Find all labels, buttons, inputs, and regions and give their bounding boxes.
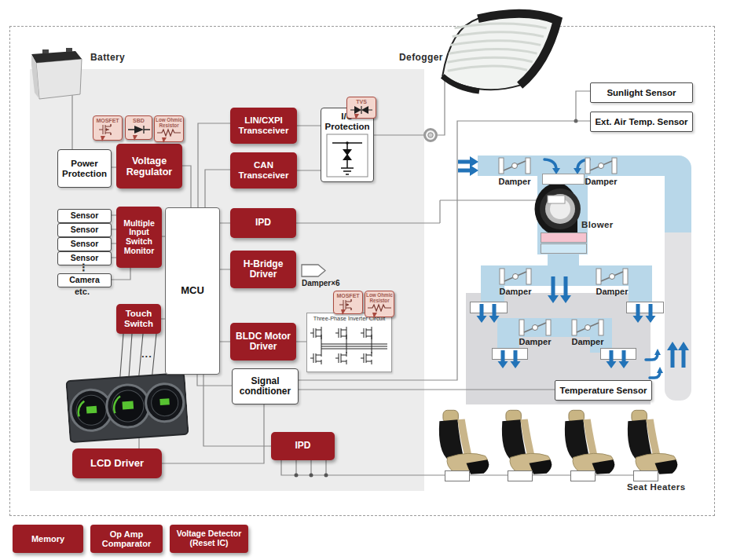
damper-icon [570,319,605,336]
power-protection-block: Power Protection [57,149,112,188]
etc-label: etc. [75,287,90,296]
lcd-driver-label: LCD Driver [90,458,144,470]
seat-heater-element [633,470,658,481]
mcu-block: MCU [165,207,220,375]
blower-intake-box [542,174,585,185]
temperature-sensor-label: Temperature Sensor [560,386,647,396]
sensor-label: Sensor [71,211,99,221]
damper-label: Damper [566,337,610,346]
sensor-ellipsis: ⋮ [79,262,89,273]
heater-core-bar [541,232,587,243]
sbd-tag: SBD [125,115,152,140]
lin-cxpi-transceiver-label: LIN/CXPI Transceiver [230,115,297,136]
can-transceiver-block: CAN Transceiver [230,152,297,188]
seat-image [559,409,617,475]
damper-x6-label: Damper×6 [302,279,340,287]
sensor-label: Sensor [71,225,99,235]
power-protection-label: Power Protection [58,159,111,178]
low-ohmic-resistor-tag: Low Ohmic Resistor [365,291,394,317]
damper-label: Damper [493,287,537,296]
evaporator-bar [541,243,587,254]
mosfet-tag-label: MOSFET [96,118,119,123]
bldc-motor-driver-label: BLDC Motor Driver [230,331,296,353]
ext-air-temp-sensor-block: Ext. Air Temp. Sensor [590,112,693,132]
low-ohmic-resistor-label: Low Ohmic Resistor [156,117,182,128]
damper-label: Damper [590,287,634,296]
mosfet-tag: MOSFET [93,115,123,141]
seat-heater-element [445,470,470,481]
lin-cxpi-transceiver-block: LIN/CXPI Transceiver [230,108,297,144]
instrument-cluster-image [65,368,189,447]
sensor-label: Sensor [71,240,99,249]
damper-x6-arrow-icon [301,264,326,277]
sensor-block-3: Sensor [57,237,112,251]
damper-label: Damper [493,177,537,186]
damper-icon [518,319,552,336]
resistor-symbol-icon [156,128,181,137]
touch-switch-block: Touch Switch [116,304,161,334]
signal-conditioner-block: Signal conditioner [232,368,299,404]
ipd-bottom-block: IPD [271,432,335,460]
ipd-bottom-label: IPD [295,441,310,451]
sensor-block-1: Sensor [57,209,112,223]
mosfet-symbol-icon [94,123,121,136]
damper-icon [498,268,533,285]
defogger-image [423,0,581,117]
ext-air-temp-sensor-label: Ext. Air Temp. Sensor [595,117,687,127]
ipd-top-block: IPD [230,208,296,238]
h-bridge-driver-label: H-Bridge Driver [230,259,296,280]
resistor-symbol-icon [367,303,392,312]
three-phase-inverter-block: Three-Phase Inverter Circuit [306,313,392,372]
signal-conditioner-label: Signal conditioner [233,376,298,397]
seat-heaters-label: Seat Heaters [627,482,685,492]
blower-image [534,181,586,240]
voltage-regulator-label: Voltage Regulator [116,156,182,178]
seat-heater-element [508,470,533,481]
camera-label: Camera [69,276,100,285]
tvs-symbol-icon [350,105,373,115]
blower-label: Blower [581,220,614,229]
h-bridge-driver-block: H-Bridge Driver [230,251,296,288]
low-ohmic-resistor-label: Low Ohmic Resistor [366,292,393,303]
seat-heater-element [570,470,596,481]
bldc-motor-driver-block: BLDC Motor Driver [230,323,296,361]
sunlight-sensor-block: Sunlight Sensor [590,82,693,103]
sbd-tag-label: SBD [133,118,145,123]
damper-icon [497,157,532,174]
inverter-circuit-icon [307,322,390,369]
sunlight-sensor-label: Sunlight Sensor [607,88,676,98]
camera-block: Camera [57,273,112,287]
tvs-tag-label: TVS [356,99,367,104]
seat-image [621,409,680,475]
mosfet-symbol-icon [336,298,360,310]
tvs-tag: TVS [346,97,376,119]
damper-label: Damper [579,177,623,186]
mosfet-tag-label: MOSFET [336,293,359,298]
damper-icon [595,268,629,285]
damper-icon [584,157,618,174]
mosfet-tag: MOSFET [333,291,363,314]
low-ohmic-resistor-tag: Low Ohmic Resistor [154,115,184,142]
seat-image [433,409,491,475]
touch-ellipsis: ... [141,348,152,360]
damper-label: Damper [513,337,557,346]
mcu-label: MCU [181,285,204,296]
can-transceiver-label: CAN Transceiver [230,160,297,181]
system-block-diagram: Battery Defogger [0,0,733,560]
sensor-block-2: Sensor [57,223,112,237]
voltage-regulator-block: Voltage Regulator [116,144,182,188]
io-protection-circuit-icon [326,134,368,178]
touch-switch-label: Touch Switch [116,309,161,329]
ipd-top-label: IPD [255,218,271,228]
multiple-input-switch-monitor-label: Multiple Input Switch Monitor [116,219,162,256]
sbd-symbol-icon [127,124,151,135]
lcd-driver-block: LCD Driver [72,448,162,478]
multiple-input-switch-monitor-block: Multiple Input Switch Monitor [116,207,162,268]
temperature-sensor-block: Temperature Sensor [555,380,652,401]
battery-image [31,47,86,101]
seat-image [496,409,554,475]
